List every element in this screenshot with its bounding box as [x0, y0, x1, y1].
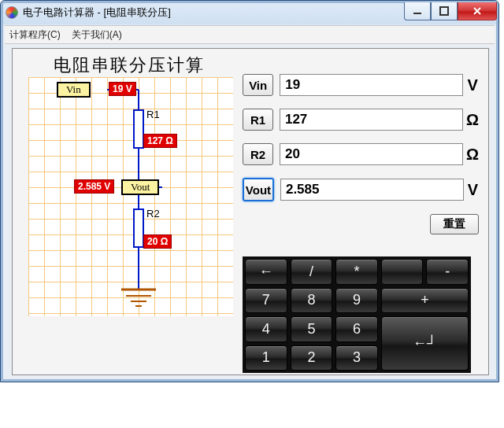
- client-panel: 电阻串联分压计算 Vin Vout 19 V R1 127: [12, 48, 489, 375]
- row-vin: Vin V: [243, 74, 479, 96]
- key-9[interactable]: 9: [335, 288, 378, 314]
- vin-button[interactable]: Vin: [243, 74, 273, 96]
- maximize-button[interactable]: [431, 2, 458, 20]
- vin-value-badge: 19 V: [109, 82, 136, 96]
- svg-rect-6: [134, 110, 143, 148]
- vout-input[interactable]: [280, 179, 464, 201]
- circuit-diagram: Vin Vout 19 V R1 127 Ω 2.585 V R2 20 Ω: [28, 77, 233, 316]
- r1-input[interactable]: [280, 109, 463, 131]
- svg-rect-0: [413, 13, 421, 14]
- page-title: 电阻串联分压计算: [54, 54, 205, 77]
- vout-chip: Vout: [121, 179, 159, 195]
- row-vout: Vout V: [243, 178, 479, 201]
- key-7[interactable]: 7: [245, 288, 287, 314]
- inputs-panel: Vin V R1 Ω R2 Ω Vout V 重置: [243, 74, 479, 242]
- row-r1: R1 Ω: [243, 109, 479, 131]
- vout-button[interactable]: Vout: [243, 178, 274, 201]
- r2-label: R2: [146, 208, 160, 220]
- key-6[interactable]: 6: [335, 316, 378, 342]
- key-backspace[interactable]: ←: [245, 259, 287, 285]
- r2-input[interactable]: [280, 143, 463, 165]
- vout-unit: V: [467, 181, 479, 199]
- titlebar[interactable]: 电子电路计算器 - [电阻串联分压]: [1, 1, 498, 24]
- row-r2: R2 Ω: [243, 143, 479, 165]
- key-8[interactable]: 8: [291, 288, 333, 314]
- close-icon: [472, 6, 483, 16]
- svg-rect-1: [440, 7, 448, 15]
- minimize-button[interactable]: [404, 2, 431, 20]
- menu-calc[interactable]: 计算程序(C): [9, 28, 61, 42]
- app-window: 电子电路计算器 - [电阻串联分压] 计算程序(C) 关于我们(A) 电阻串联分…: [0, 0, 499, 382]
- key-4[interactable]: 4: [245, 316, 287, 342]
- menubar: 计算程序(C) 关于我们(A): [5, 25, 495, 44]
- circuit-svg: [28, 77, 233, 316]
- menu-about[interactable]: 关于我们(A): [72, 28, 122, 42]
- vin-unit: V: [466, 76, 479, 94]
- key-divide[interactable]: /: [291, 259, 333, 285]
- key-blank[interactable]: [381, 259, 424, 285]
- r1-value-badge: 127 Ω: [143, 134, 177, 148]
- r1-button[interactable]: R1: [243, 109, 273, 131]
- r1-label: R1: [146, 109, 160, 120]
- minimize-icon: [413, 6, 422, 16]
- r2-unit: Ω: [466, 146, 479, 164]
- key-multiply[interactable]: *: [335, 259, 378, 285]
- window-title: 电子电路计算器 - [电阻串联分压]: [23, 1, 171, 24]
- svg-rect-10: [134, 209, 143, 247]
- key-minus[interactable]: -: [426, 259, 469, 285]
- reset-button[interactable]: 重置: [430, 214, 479, 234]
- close-button[interactable]: [458, 2, 497, 20]
- r2-button[interactable]: R2: [243, 143, 273, 165]
- r1-unit: Ω: [466, 111, 479, 129]
- app-icon: [6, 6, 18, 19]
- key-5[interactable]: 5: [291, 316, 333, 342]
- vout-value-badge: 2.585 V: [74, 179, 114, 194]
- vin-input[interactable]: [280, 74, 463, 96]
- r2-value-badge: 20 Ω: [143, 234, 172, 249]
- vin-chip: Vin: [57, 82, 91, 98]
- key-plus[interactable]: +: [381, 288, 469, 314]
- maximize-icon: [439, 6, 449, 16]
- key-enter[interactable]: ←┘: [381, 316, 469, 371]
